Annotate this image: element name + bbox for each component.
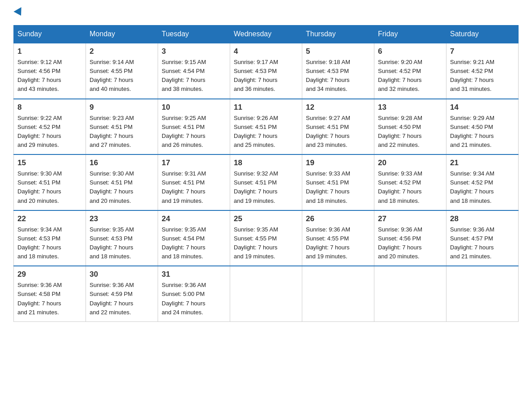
calendar-cell: 9 Sunrise: 9:23 AMSunset: 4:51 PMDayligh… [86,99,158,155]
calendar-week-1: 1 Sunrise: 9:12 AMSunset: 4:56 PMDayligh… [14,43,519,99]
day-info: Sunrise: 9:20 AMSunset: 4:52 PMDaylight:… [378,59,422,92]
day-number: 13 [378,103,442,112]
day-number: 19 [306,158,370,167]
day-number: 4 [234,47,298,56]
calendar-cell: 24 Sunrise: 9:35 AMSunset: 4:54 PMDaylig… [158,210,230,266]
calendar-cell: 31 Sunrise: 9:36 AMSunset: 5:00 PMDaylig… [158,266,230,321]
header-wednesday: Wednesday [230,26,302,43]
day-number: 23 [90,214,154,223]
calendar-cell [374,266,446,321]
calendar-cell: 10 Sunrise: 9:25 AMSunset: 4:51 PMDaylig… [158,99,230,155]
day-number: 8 [17,103,82,112]
day-info: Sunrise: 9:28 AMSunset: 4:50 PMDaylight:… [378,115,422,148]
day-info: Sunrise: 9:22 AMSunset: 4:52 PMDaylight:… [17,115,62,148]
day-info: Sunrise: 9:27 AMSunset: 4:51 PMDaylight:… [306,115,350,148]
calendar-cell: 21 Sunrise: 9:34 AMSunset: 4:52 PMDaylig… [446,154,519,210]
day-info: Sunrise: 9:25 AMSunset: 4:51 PMDaylight:… [162,115,206,148]
day-info: Sunrise: 9:14 AMSunset: 4:55 PMDaylight:… [90,59,134,92]
day-number: 12 [306,103,370,112]
day-number: 24 [162,214,226,223]
calendar-cell: 13 Sunrise: 9:28 AMSunset: 4:50 PMDaylig… [374,99,446,155]
day-number: 16 [90,158,154,167]
day-number: 29 [17,270,82,279]
calendar-cell: 26 Sunrise: 9:36 AMSunset: 4:55 PMDaylig… [302,210,374,266]
calendar-cell [446,266,519,321]
day-number: 14 [450,103,515,112]
header-sunday: Sunday [14,26,86,43]
calendar-cell: 6 Sunrise: 9:20 AMSunset: 4:52 PMDayligh… [374,43,446,99]
day-number: 2 [90,47,154,56]
day-info: Sunrise: 9:30 AMSunset: 4:51 PMDaylight:… [17,170,62,204]
logo [13,9,24,16]
day-info: Sunrise: 9:36 AMSunset: 4:56 PMDaylight:… [378,226,422,260]
logo-triangle-icon [13,7,25,18]
day-info: Sunrise: 9:36 AMSunset: 4:55 PMDaylight:… [306,226,350,260]
day-number: 17 [162,158,226,167]
calendar-cell: 14 Sunrise: 9:29 AMSunset: 4:50 PMDaylig… [446,99,519,155]
calendar-cell: 30 Sunrise: 9:36 AMSunset: 4:59 PMDaylig… [86,266,158,321]
day-info: Sunrise: 9:36 AMSunset: 4:57 PMDaylight:… [450,226,494,260]
calendar-cell: 5 Sunrise: 9:18 AMSunset: 4:53 PMDayligh… [302,43,374,99]
day-info: Sunrise: 9:35 AMSunset: 4:53 PMDaylight:… [90,226,134,260]
day-number: 22 [17,214,82,223]
calendar-cell: 16 Sunrise: 9:30 AMSunset: 4:51 PMDaylig… [86,154,158,210]
day-number: 3 [162,47,226,56]
day-number: 9 [90,103,154,112]
day-info: Sunrise: 9:35 AMSunset: 4:55 PMDaylight:… [234,226,278,260]
day-info: Sunrise: 9:33 AMSunset: 4:52 PMDaylight:… [378,170,422,204]
day-info: Sunrise: 9:26 AMSunset: 4:51 PMDaylight:… [234,115,278,148]
day-info: Sunrise: 9:36 AMSunset: 5:00 PMDaylight:… [162,282,206,315]
calendar-cell [230,266,302,321]
day-number: 28 [450,214,515,223]
day-info: Sunrise: 9:34 AMSunset: 4:52 PMDaylight:… [450,170,494,204]
calendar-week-5: 29 Sunrise: 9:36 AMSunset: 4:58 PMDaylig… [14,266,519,321]
calendar-cell: 25 Sunrise: 9:35 AMSunset: 4:55 PMDaylig… [230,210,302,266]
day-number: 25 [234,214,298,223]
day-info: Sunrise: 9:21 AMSunset: 4:52 PMDaylight:… [450,59,494,92]
day-info: Sunrise: 9:30 AMSunset: 4:51 PMDaylight:… [90,170,134,204]
calendar-cell: 27 Sunrise: 9:36 AMSunset: 4:56 PMDaylig… [374,210,446,266]
day-info: Sunrise: 9:35 AMSunset: 4:54 PMDaylight:… [162,226,206,260]
page-header [13,9,519,16]
calendar-week-4: 22 Sunrise: 9:34 AMSunset: 4:53 PMDaylig… [14,210,519,266]
day-number: 1 [17,47,82,56]
day-number: 6 [378,47,442,56]
calendar-table: SundayMondayTuesdayWednesdayThursdayFrid… [13,25,519,322]
calendar-cell: 3 Sunrise: 9:15 AMSunset: 4:54 PMDayligh… [158,43,230,99]
day-number: 5 [306,47,370,56]
calendar-cell: 1 Sunrise: 9:12 AMSunset: 4:56 PMDayligh… [14,43,86,99]
calendar-cell: 11 Sunrise: 9:26 AMSunset: 4:51 PMDaylig… [230,99,302,155]
calendar-cell: 22 Sunrise: 9:34 AMSunset: 4:53 PMDaylig… [14,210,86,266]
day-number: 11 [234,103,298,112]
day-number: 20 [378,158,442,167]
day-info: Sunrise: 9:18 AMSunset: 4:53 PMDaylight:… [306,59,350,92]
calendar-cell: 15 Sunrise: 9:30 AMSunset: 4:51 PMDaylig… [14,154,86,210]
calendar-cell: 18 Sunrise: 9:32 AMSunset: 4:51 PMDaylig… [230,154,302,210]
day-info: Sunrise: 9:15 AMSunset: 4:54 PMDaylight:… [162,59,206,92]
day-info: Sunrise: 9:29 AMSunset: 4:50 PMDaylight:… [450,115,494,148]
calendar-cell: 28 Sunrise: 9:36 AMSunset: 4:57 PMDaylig… [446,210,519,266]
day-number: 7 [450,47,515,56]
day-info: Sunrise: 9:34 AMSunset: 4:53 PMDaylight:… [17,226,62,260]
day-info: Sunrise: 9:31 AMSunset: 4:51 PMDaylight:… [162,170,206,204]
day-number: 27 [378,214,442,223]
calendar-cell: 20 Sunrise: 9:33 AMSunset: 4:52 PMDaylig… [374,154,446,210]
calendar-week-3: 15 Sunrise: 9:30 AMSunset: 4:51 PMDaylig… [14,154,519,210]
calendar-cell: 29 Sunrise: 9:36 AMSunset: 4:58 PMDaylig… [14,266,86,321]
day-info: Sunrise: 9:36 AMSunset: 4:59 PMDaylight:… [90,282,134,315]
calendar-cell: 19 Sunrise: 9:33 AMSunset: 4:51 PMDaylig… [302,154,374,210]
calendar-header-row: SundayMondayTuesdayWednesdayThursdayFrid… [14,26,519,43]
day-number: 30 [90,270,154,279]
day-info: Sunrise: 9:17 AMSunset: 4:53 PMDaylight:… [234,59,278,92]
day-number: 18 [234,158,298,167]
header-thursday: Thursday [302,26,374,43]
header-tuesday: Tuesday [158,26,230,43]
calendar-cell: 23 Sunrise: 9:35 AMSunset: 4:53 PMDaylig… [86,210,158,266]
calendar-cell: 12 Sunrise: 9:27 AMSunset: 4:51 PMDaylig… [302,99,374,155]
header-monday: Monday [86,26,158,43]
header-saturday: Saturday [446,26,519,43]
calendar-cell [302,266,374,321]
day-number: 31 [162,270,226,279]
calendar-cell: 4 Sunrise: 9:17 AMSunset: 4:53 PMDayligh… [230,43,302,99]
day-info: Sunrise: 9:33 AMSunset: 4:51 PMDaylight:… [306,170,350,204]
